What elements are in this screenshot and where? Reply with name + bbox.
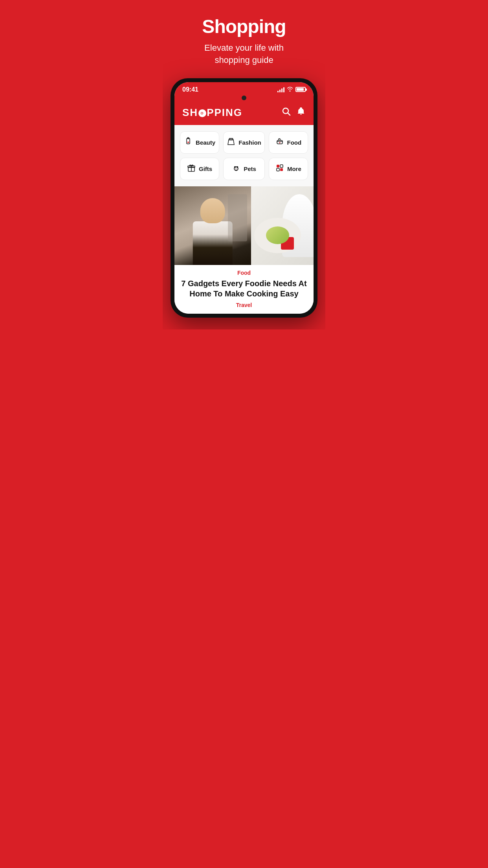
category-label-pets: Pets [244,166,256,172]
svg-point-13 [237,169,237,169]
beauty-icon [184,137,193,148]
app-logo: SHOPPING [182,107,242,119]
phone-frame: 09:41 [171,78,317,318]
page-subtitle: Elevate your life withshopping guide [171,42,317,66]
category-label-gifts: Gifts [199,166,212,172]
bell-icon[interactable] [296,107,306,118]
phone-screen: 09:41 [174,82,314,314]
status-icons [277,86,306,93]
category-label-beauty: Beauty [196,139,215,146]
article-text: Food 7 Gadgets Every Foodie Needs At Hom… [174,265,314,314]
app-header: SHOPPING [174,102,314,125]
category-item-gifts[interactable]: Gifts [180,158,219,180]
svg-rect-16 [277,168,279,171]
pets-icon [232,164,240,174]
more-icon [275,164,284,174]
svg-rect-14 [277,165,279,167]
wifi-icon [287,86,293,93]
camera-notch [174,96,314,102]
gifts-icon [187,164,196,174]
category-label-food: Food [287,139,302,146]
signal-bars-icon [277,87,284,92]
category-grid: Beauty Fashion [180,131,308,180]
content-section: Food 7 Gadgets Every Foodie Needs At Hom… [174,186,314,314]
camera-dot [242,96,246,100]
chef-image-container [174,186,251,265]
header-icons [281,107,306,118]
page-title: Shopping [171,16,317,37]
food-image-container [251,186,314,265]
svg-point-4 [187,142,189,143]
category-item-pets[interactable]: Pets [223,158,265,180]
svg-point-12 [236,169,236,169]
svg-rect-17 [280,168,283,171]
category-item-food[interactable]: Food [269,131,308,154]
category-item-more[interactable]: More [269,158,308,180]
category-section: Beauty Fashion [174,125,314,186]
category-item-fashion[interactable]: Fashion [223,131,265,154]
page-wrapper: Shopping Elevate your life withshopping … [163,0,325,329]
category-label-fashion: Fashion [238,139,261,146]
category-item-beauty[interactable]: Beauty [180,131,219,154]
status-bar: 09:41 [174,82,314,96]
status-time: 09:41 [182,86,198,93]
svg-rect-15 [280,165,283,167]
battery-icon [295,87,306,92]
next-category-label: Travel [180,302,308,308]
article-images [174,186,314,265]
food-icon [275,137,284,148]
search-icon[interactable] [281,107,291,118]
svg-line-1 [288,113,290,116]
svg-point-6 [279,142,280,143]
fashion-icon [227,137,235,148]
article-category: Food [180,270,308,276]
category-label-more: More [287,166,301,172]
article-title[interactable]: 7 Gadgets Every Foodie Needs At Home To … [180,278,308,299]
